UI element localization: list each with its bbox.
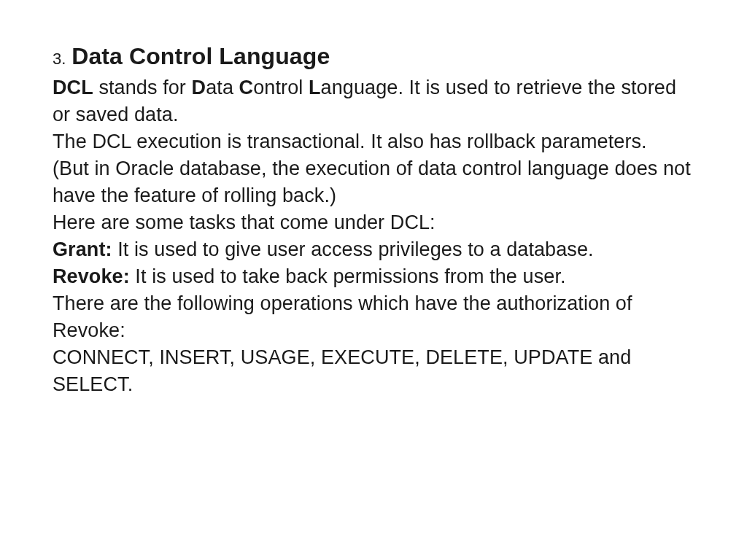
paragraph-tasks-intro: Here are some tasks that come under DCL: <box>53 209 694 236</box>
letter-d: D <box>192 77 206 98</box>
text: It is used to give user access privilege… <box>112 238 594 260</box>
paragraph-operations-list: CONNECT, INSERT, USAGE, EXECUTE, DELETE,… <box>53 344 694 398</box>
document-body: 3. Data Control Language DCL stands for … <box>53 41 694 398</box>
heading-number: 3. <box>53 50 66 68</box>
text: ata <box>206 77 239 98</box>
letter-c: C <box>239 77 254 98</box>
paragraph-transactional: The DCL execution is transactional. It a… <box>53 128 694 155</box>
label-revoke: Revoke: <box>53 265 130 287</box>
heading-title: Data Control Language <box>71 43 330 69</box>
letter-l: L <box>309 77 321 98</box>
text: stands for <box>93 77 192 98</box>
abbr-dcl: DCL <box>53 77 93 98</box>
heading-line: 3. Data Control Language <box>53 41 694 73</box>
paragraph-revoke: Revoke: It is used to take back permissi… <box>53 263 694 290</box>
paragraph-revoke-ops-intro: There are the following operations which… <box>53 290 694 344</box>
paragraph-grant: Grant: It is used to give user access pr… <box>53 236 694 263</box>
paragraph-definition: DCL stands for Data Control Language. It… <box>53 74 694 128</box>
label-grant: Grant: <box>53 238 112 260</box>
text: ontrol <box>253 77 309 98</box>
text: It is used to take back permissions from… <box>130 265 566 287</box>
paragraph-oracle-note: (But in Oracle database, the execution o… <box>53 155 694 209</box>
